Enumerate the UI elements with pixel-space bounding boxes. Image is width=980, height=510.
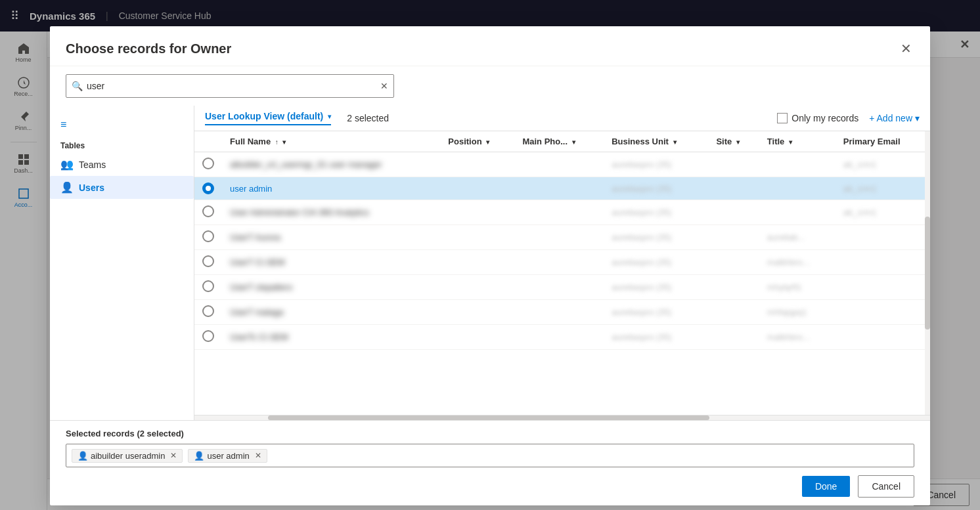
row-radio-icon[interactable]: [202, 230, 214, 242]
view-selector-label: User Lookup View (default): [205, 111, 323, 121]
toolbar-right: Only my records + Add new ▾: [777, 113, 920, 123]
users-icon: 👤: [60, 181, 74, 194]
table-row[interactable]: UserT Auroraaureliaspro (35)aureliab...: [194, 225, 930, 250]
row-full-name[interactable]: aibuilder_crt_usermgr_01 user manager: [222, 152, 440, 177]
modal-body: ≡ Tables 👥 Teams 👤 Users User Lookup Vie…: [50, 106, 930, 420]
row-full-name[interactable]: UserT clepaltero: [222, 275, 440, 300]
add-new-chevron-icon: ▾: [915, 113, 920, 123]
row-title: malbhbro...: [759, 250, 835, 275]
tag-close-icon[interactable]: ✕: [255, 451, 261, 460]
row-radio-icon[interactable]: [202, 305, 214, 317]
row-radio-icon[interactable]: [202, 158, 214, 169]
row-radio-cell[interactable]: [194, 250, 222, 275]
row-radio-cell[interactable]: [194, 177, 222, 200]
col-main-phone-chevron-icon: ▾: [572, 138, 575, 146]
row-business-unit: aureliaspro (35): [604, 275, 708, 300]
horizontal-scrollbar[interactable]: [194, 415, 930, 420]
row-radio-icon[interactable]: [202, 182, 214, 194]
view-selector[interactable]: User Lookup View (default) ▾: [205, 111, 331, 125]
row-primary-email: [835, 225, 930, 250]
choose-records-modal: Choose records for Owner ✕ 🔍 ✕ ≡ Tables …: [50, 26, 930, 505]
row-title: [759, 152, 835, 177]
row-radio-cell[interactable]: [194, 300, 222, 325]
table-row[interactable]: UserT CI.SEMaureliaspro (35)malbhbro...: [194, 250, 930, 275]
row-radio-cell[interactable]: [194, 225, 222, 250]
hscroll-thumb[interactable]: [268, 415, 709, 420]
sidebar-item-teams[interactable]: 👥 Teams: [50, 153, 194, 176]
add-new-label: + Add new: [869, 113, 912, 123]
footer-buttons-row: Done Cancel: [66, 475, 914, 498]
row-title: [759, 200, 835, 225]
table-row[interactable]: UserTc CI.SEMaureliaspro (35)malbhbro...: [194, 325, 930, 350]
col-title[interactable]: Title ▾: [759, 131, 835, 152]
row-radio-icon[interactable]: [202, 330, 214, 342]
modal-close-icon[interactable]: ✕: [898, 39, 914, 58]
row-title: malbhbro...: [759, 325, 835, 350]
row-business-unit: aureliaspro (35): [604, 177, 708, 200]
search-input-wrap: 🔍 ✕: [66, 74, 394, 98]
row-site: [708, 325, 759, 350]
table-row[interactable]: user adminaureliaspro (35)ab_crm1: [194, 177, 930, 200]
vertical-scrollbar[interactable]: [925, 131, 930, 415]
hamburger-icon[interactable]: ≡: [50, 114, 194, 136]
row-title: [759, 177, 835, 200]
row-phone: [514, 250, 604, 275]
tag-close-icon[interactable]: ✕: [170, 451, 177, 460]
row-primary-email: [835, 325, 930, 350]
done-button[interactable]: Done: [802, 476, 850, 497]
col-position-chevron-icon: ▾: [486, 138, 489, 146]
col-position[interactable]: Position ▾: [440, 131, 514, 152]
sort-asc-icon: ↑: [275, 138, 278, 146]
row-radio-icon[interactable]: [202, 255, 214, 267]
row-radio-cell[interactable]: [194, 152, 222, 177]
row-radio-icon[interactable]: [202, 280, 214, 292]
row-phone: [514, 325, 604, 350]
row-full-name[interactable]: UserTc CI.SEM: [222, 325, 440, 350]
row-full-name[interactable]: UserT Aurora: [222, 225, 440, 250]
teams-icon: 👥: [60, 158, 74, 171]
row-business-unit: aureliaspro (35): [604, 152, 708, 177]
search-input[interactable]: [87, 81, 376, 91]
row-business-unit: aureliaspro (35): [604, 250, 708, 275]
row-full-name[interactable]: UserT malaga: [222, 300, 440, 325]
row-radio-icon[interactable]: [202, 205, 214, 217]
row-radio-cell[interactable]: [194, 275, 222, 300]
row-position: [440, 250, 514, 275]
col-full-name[interactable]: Full Name ↑ ▾: [222, 131, 440, 152]
tag-person-icon: 👤: [194, 451, 204, 461]
row-full-name[interactable]: User Administrator CIA 360 Analytics: [222, 200, 440, 225]
selected-count-label: 2 selected: [347, 113, 389, 123]
col-site[interactable]: Site ▾: [708, 131, 759, 152]
search-clear-icon[interactable]: ✕: [380, 81, 388, 91]
table-row[interactable]: User Administrator CIA 360 Analyticsaure…: [194, 200, 930, 225]
footer-row: 👤aibuilder useradmin✕👤user admin✕: [66, 444, 914, 467]
table-row[interactable]: aibuilder_crt_usermgr_01 user manageraur…: [194, 152, 930, 177]
table-wrap: Full Name ↑ ▾ Position ▾ Main Pho... ▾: [194, 131, 930, 415]
only-my-records-label: Only my records: [791, 113, 858, 123]
row-radio-cell[interactable]: [194, 200, 222, 225]
only-my-records-checkbox-icon: [777, 113, 788, 123]
row-full-name[interactable]: user admin: [222, 177, 440, 200]
row-phone: [514, 225, 604, 250]
modal-header: Choose records for Owner ✕: [50, 26, 930, 66]
only-my-records-checkbox[interactable]: Only my records: [777, 113, 858, 123]
col-title-chevron-icon: ▾: [789, 138, 792, 146]
tag-label: user admin: [207, 451, 249, 461]
table-row[interactable]: UserT malagaaureliaspro (35)mhfajqpq1: [194, 300, 930, 325]
row-phone: [514, 275, 604, 300]
col-main-phone[interactable]: Main Pho... ▾: [514, 131, 604, 152]
row-name-link[interactable]: user admin: [230, 184, 272, 194]
row-position: [440, 325, 514, 350]
row-phone: [514, 152, 604, 177]
row-radio-cell[interactable]: [194, 325, 222, 350]
cancel-button[interactable]: Cancel: [858, 475, 914, 498]
scrollbar-thumb[interactable]: [925, 217, 930, 330]
col-business-unit[interactable]: Business Unit ▾: [604, 131, 708, 152]
add-new-button[interactable]: + Add new ▾: [869, 113, 920, 123]
table-row[interactable]: UserT clepalteroaureliaspro (35)mhylqrfl…: [194, 275, 930, 300]
tag-person-icon: 👤: [78, 451, 88, 461]
row-full-name[interactable]: UserT CI.SEM: [222, 250, 440, 275]
records-table: Full Name ↑ ▾ Position ▾ Main Pho... ▾: [194, 131, 930, 350]
sidebar-item-users[interactable]: 👤 Users: [50, 176, 194, 199]
row-business-unit: aureliaspro (35): [604, 200, 708, 225]
